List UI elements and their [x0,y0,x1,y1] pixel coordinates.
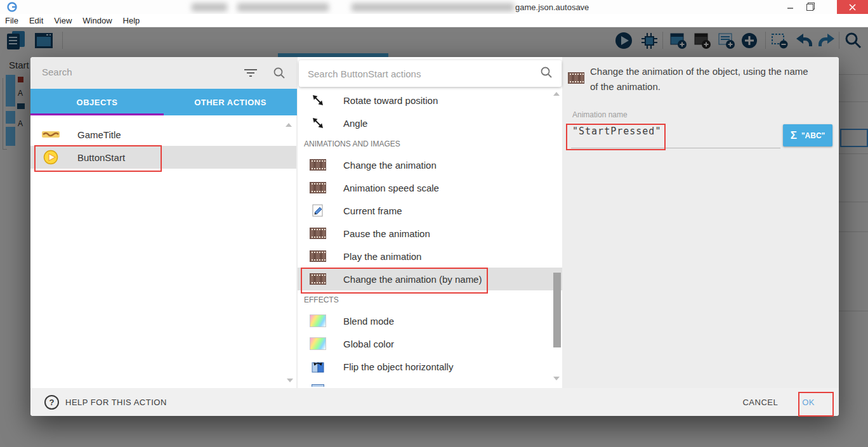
film-strip-icon [309,250,327,262]
action-panel: Rotate toward position Angle ANIMATIONS … [297,57,563,388]
rainbow-icon [309,337,327,350]
search-icon[interactable] [273,67,286,82]
cancel-button[interactable]: CANCEL [742,398,778,407]
title-bar: game.json.autosave [0,0,868,14]
menu-view[interactable]: View [54,16,72,25]
menu-help[interactable]: Help [123,16,140,25]
dialog-footer: ? HELP FOR THIS ACTION CANCEL OK [30,388,839,416]
action-label: Change the animation [343,160,437,171]
flip-vertical-icon [309,384,327,387]
description-line: of the animation. [590,79,808,94]
help-icon: ? [44,395,59,410]
action-list: Rotate toward position Angle ANIMATIONS … [298,89,563,387]
action-section-header: EFFECTS [298,290,563,309]
list-item-gametitle[interactable]: GameTitle [30,123,296,146]
expression-editor-button[interactable]: Σ "ABC" [783,124,832,146]
scroll-up-icon[interactable] [286,123,292,127]
film-strip-icon [309,273,327,285]
menu-window[interactable]: Window [82,16,112,25]
rotate-arrow-icon [309,94,327,107]
object-search-bar [30,57,297,89]
action-description: Change the animation of the object, usin… [590,64,808,94]
action-search-bar [299,60,562,87]
film-strip-icon [309,159,327,171]
blurred-title-text [352,3,514,11]
search-icon[interactable] [540,66,553,81]
action-label: Current frame [343,205,402,216]
action-label: Rotate toward position [343,95,438,106]
scroll-down-icon[interactable] [287,379,293,382]
description-line: Change the animation of the object, usin… [590,64,808,79]
action-search-input[interactable] [299,68,540,80]
rainbow-icon [309,314,327,327]
footer-buttons: CANCEL OK [742,398,820,407]
film-strip-icon [309,228,327,239]
film-strip-icon [309,182,327,193]
object-search-input[interactable] [41,66,233,78]
restore-icon[interactable] [801,0,819,14]
scroll-down-icon[interactable] [553,377,560,380]
action-label: Pause the animation [343,228,430,239]
action-item-change-animation-by-name[interactable]: Change the animation (by name) [298,268,563,290]
action-item[interactable]: Change the animation [298,153,563,176]
filter-icon[interactable] [244,68,258,80]
help-label: HELP FOR THIS ACTION [65,398,167,407]
yellow-play-button-icon [42,150,60,165]
blurred-title-text [192,3,227,11]
action-item[interactable]: Flip the object horizontally [298,355,563,378]
object-panel-tabs: OBJECTS OTHER ACTIONS [30,89,297,115]
action-item-partial[interactable] [298,378,563,387]
action-label: Animation speed scale [343,183,439,193]
action-section-header: ANIMATIONS AND IMAGES [298,134,563,153]
gdevelop-logo-icon [6,1,18,15]
window-title: game.json.autosave [515,3,589,12]
close-icon[interactable] [837,0,868,14]
action-editor-dialog: OBJECTS OTHER ACTIONS GameTitle ButtonSt… [30,57,839,416]
tab-other-actions[interactable]: OTHER ACTIONS [164,89,297,115]
action-detail-panel: Change the animation of the object, usin… [562,57,839,388]
minimize-icon[interactable] [782,0,799,14]
scroll-up-icon[interactable] [553,92,560,96]
help-for-this-action-link[interactable]: ? HELP FOR THIS ACTION [44,395,167,410]
ok-button[interactable]: OK [797,398,820,407]
action-label: Play the animation [343,251,421,262]
abc-label: "ABC" [801,131,825,140]
object-label: ButtonStart [77,152,125,163]
menu-edit[interactable]: Edit [29,16,43,25]
action-item[interactable]: Rotate toward position [298,89,563,112]
action-item[interactable]: Blend mode [298,309,563,332]
action-item[interactable]: Angle [298,112,563,134]
gdevelop-window: game.json.autosave File Edit View Window… [0,0,868,447]
object-label: GameTitle [77,129,121,140]
tab-objects[interactable]: OBJECTS [30,89,164,115]
action-label: Angle [343,118,367,129]
action-label: Flip the object horizontally [343,361,453,372]
flip-horizontal-icon [309,360,327,373]
action-label: Blend mode [343,316,394,327]
rotate-arrow-icon [309,117,327,129]
object-panel: OBJECTS OTHER ACTIONS GameTitle ButtonSt… [30,57,297,388]
action-label: Global color [343,339,394,349]
frame-edit-icon [309,204,327,217]
animation-name-field[interactable]: "StartPressed" [572,126,661,137]
film-strip-icon [568,72,584,86]
action-item[interactable]: Pause the animation [298,222,563,245]
menu-file[interactable]: File [5,16,18,25]
field-underline [571,148,780,148]
action-item[interactable]: Animation speed scale [298,176,563,199]
action-item[interactable]: Global color [298,332,563,355]
game-title-thumbnail-icon [42,129,60,139]
action-label: Change the animation (by name) [343,274,482,285]
blurred-title-text [237,3,329,11]
action-item[interactable]: Current frame [298,199,563,222]
menu-bar: File Edit View Window Help [0,14,868,27]
list-item-buttonstart[interactable]: ButtonStart [30,146,296,169]
object-list: GameTitle ButtonStart [30,115,297,388]
sigma-icon: Σ [791,129,797,142]
scrollbar-thumb[interactable] [553,273,561,347]
action-item[interactable]: Play the animation [298,245,563,268]
animation-name-label: Animation name [572,110,628,119]
